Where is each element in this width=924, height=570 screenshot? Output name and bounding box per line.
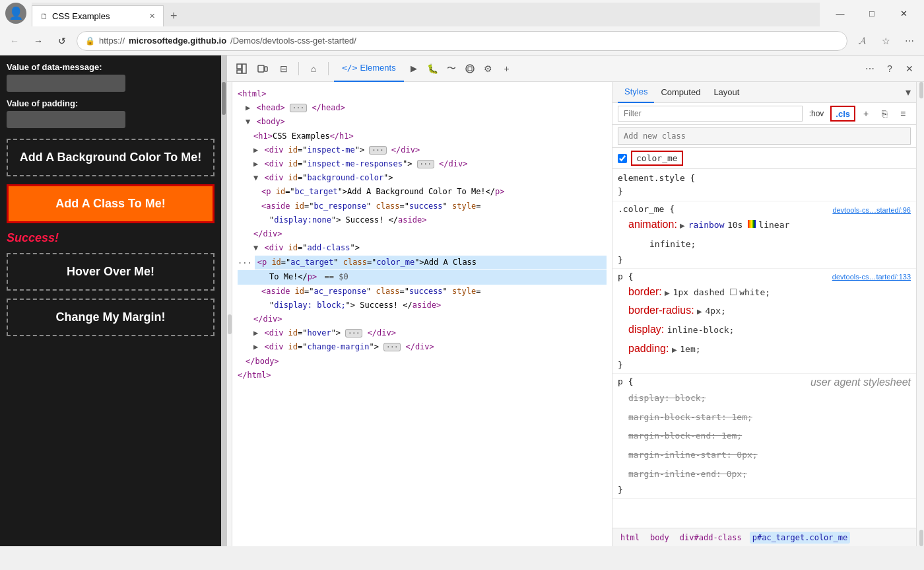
new-style-rule-button[interactable]: + bbox=[858, 106, 874, 122]
html-close-div-add-class[interactable]: </div> bbox=[238, 312, 607, 326]
inspect-me-ellipsis[interactable]: ··· bbox=[369, 146, 386, 155]
styles-tab-styles[interactable]: Styles bbox=[618, 82, 654, 103]
data-message-label: Value of data-message: bbox=[7, 62, 214, 72]
styles-filter-input[interactable] bbox=[618, 106, 803, 122]
tab-close-button[interactable]: ✕ bbox=[149, 12, 155, 20]
home-button[interactable]: ⌂ bbox=[304, 59, 323, 78]
expand-head-arrow[interactable]: ▶ bbox=[246, 103, 250, 112]
add-class-box[interactable]: Add A Class To Me! bbox=[7, 184, 214, 223]
color-me-checkbox[interactable] bbox=[618, 154, 627, 163]
hover-toggle-button[interactable]: :hov bbox=[805, 106, 828, 122]
breadcrumb-p-ac-target[interactable]: p#ac_target.color_me bbox=[750, 532, 851, 544]
inspect-me-resp-ellipsis[interactable]: ··· bbox=[417, 160, 434, 168]
elements-tab[interactable]: </> Elements bbox=[334, 55, 404, 82]
html-tag-div-hover[interactable]: ▶ <div id="hover"> ··· </div> bbox=[238, 326, 607, 340]
element-properties-button[interactable]: ≡ bbox=[895, 106, 911, 122]
html-tag-div-inspect-me[interactable]: ▶ <div id="inspect-me"> ··· </div> bbox=[238, 143, 607, 157]
color-me-selector[interactable]: .color_me { bbox=[618, 204, 675, 214]
breadcrumb-body[interactable]: body bbox=[647, 532, 672, 544]
html-p-ac-target-close[interactable]: To Me!</p> == $0 bbox=[238, 270, 607, 284]
html-tag-div-bg-color[interactable]: ▼ <div id="background-color"> bbox=[238, 171, 607, 185]
device-emulation-button[interactable] bbox=[253, 59, 272, 78]
expand-add-class-arrow[interactable]: ▼ bbox=[253, 243, 258, 252]
change-margin-text: Change My Margin! bbox=[55, 310, 165, 324]
devtools-help-button[interactable]: ? bbox=[880, 59, 899, 78]
color-me-source-link[interactable]: devtools-cs…started/:96 bbox=[832, 206, 911, 214]
border-radius-arrow[interactable]: ▶ bbox=[697, 308, 702, 315]
cls-toggle-button[interactable]: .cls bbox=[830, 106, 855, 122]
html-tag-div-inspect-me-responses[interactable]: ▶ <div id="inspect-me-responses"> ··· </… bbox=[238, 157, 607, 171]
expand-inspect-me-arrow[interactable]: ▶ bbox=[253, 145, 258, 155]
lock-icon: 🔒 bbox=[85, 36, 95, 46]
expand-body-arrow[interactable]: ▼ bbox=[246, 117, 250, 126]
p-author-source-link[interactable]: devtools-cs…tarted/:133 bbox=[832, 273, 911, 281]
p-author-selector[interactable]: p { bbox=[618, 271, 633, 281]
change-margin-ellipsis[interactable]: ··· bbox=[383, 343, 401, 351]
styles-tab-computed[interactable]: Computed bbox=[654, 82, 707, 103]
html-tag-h1[interactable]: <h1>CSS Examples</h1> bbox=[238, 129, 607, 143]
element-style-rule: element.style { } bbox=[612, 169, 916, 201]
html-tag-div-change-margin[interactable]: ▶ <div id="change-margin"> ··· </div> bbox=[238, 340, 607, 354]
hover-box[interactable]: Hover Over Me! bbox=[7, 253, 214, 291]
html-tag-p-ac-target[interactable]: <p id="ac_target" class="color_me">Add A… bbox=[255, 256, 607, 269]
change-margin-box[interactable]: Change My Margin! bbox=[7, 299, 214, 336]
breadcrumb-html[interactable]: html bbox=[618, 532, 642, 544]
three-dots-icon[interactable]: ··· bbox=[238, 258, 252, 267]
back-button[interactable]: ← bbox=[5, 32, 24, 50]
html-tag-body[interactable]: ▼ <body> bbox=[238, 115, 607, 129]
head-ellipsis[interactable]: ··· bbox=[290, 104, 307, 112]
hover-ellipsis[interactable]: ··· bbox=[345, 329, 362, 338]
sources-tab[interactable] bbox=[461, 59, 479, 78]
url-domain: microsoftedge.github.io bbox=[129, 36, 226, 46]
html-tag-head[interactable]: ▶ <head> ··· </head> bbox=[238, 101, 607, 115]
html-close-body[interactable]: </body> bbox=[238, 355, 607, 369]
html-tag-html[interactable]: <html> bbox=[238, 87, 607, 101]
maximize-button[interactable]: □ bbox=[857, 3, 887, 23]
devtools-more-button[interactable]: ⋯ bbox=[861, 59, 879, 78]
rainbow-arrow[interactable]: ▶ bbox=[680, 222, 685, 229]
border-arrow[interactable]: ▶ bbox=[665, 289, 670, 297]
padding-arrow[interactable]: ▶ bbox=[672, 346, 677, 353]
add-new-class-input[interactable] bbox=[618, 127, 911, 145]
url-bar[interactable]: 🔒 https://microsoftedge.github.io/Demos/… bbox=[77, 31, 847, 51]
html-tag-close-div-bg[interactable]: </div> bbox=[238, 227, 607, 241]
more-tools-button[interactable]: + bbox=[498, 59, 516, 78]
bg-color-box[interactable]: Add A Background Color To Me! bbox=[7, 139, 214, 176]
console-tab[interactable]: ▶ bbox=[404, 59, 424, 78]
html-aside-ac-style-val[interactable]: "display: block;"> Success! </aside> bbox=[238, 299, 607, 312]
class-name-color-me[interactable]: color_me bbox=[631, 151, 683, 166]
html-tag-div-add-class[interactable]: ▼ <div id="add-class"> bbox=[238, 241, 607, 255]
copy-styles-button[interactable]: ⎘ bbox=[876, 106, 892, 122]
bug-tab[interactable]: 🐛 bbox=[424, 59, 442, 78]
html-tag-p-bc-target[interactable]: <p id="bc_target">Add A Background Color… bbox=[238, 185, 607, 199]
minimize-button[interactable]: — bbox=[825, 3, 855, 23]
profile-icon[interactable]: 👤 bbox=[5, 3, 26, 24]
styles-tab-layout[interactable]: Layout bbox=[707, 82, 746, 103]
refresh-button[interactable]: ↺ bbox=[53, 32, 71, 50]
p-ua-selector[interactable]: p { bbox=[618, 376, 633, 386]
sidebar-toggle-button[interactable]: ⊟ bbox=[275, 59, 293, 78]
favorites-button[interactable]: ☆ bbox=[876, 32, 895, 50]
border-color-swatch[interactable] bbox=[730, 289, 737, 295]
breadcrumb-div-add-class[interactable]: div#add-class bbox=[677, 532, 744, 544]
inspect-element-button[interactable] bbox=[232, 59, 251, 78]
gear-button[interactable]: ⚙ bbox=[479, 59, 498, 78]
ua-display-property: display: block; bbox=[618, 388, 911, 408]
expand-bg-color-arrow[interactable]: ▼ bbox=[253, 173, 258, 182]
expand-inspect-me-resp-arrow[interactable]: ▶ bbox=[253, 159, 258, 168]
forward-button[interactable]: → bbox=[29, 32, 48, 50]
expand-hover-arrow[interactable]: ▶ bbox=[253, 328, 258, 338]
browser-tab[interactable]: 🗋 CSS Examples ✕ bbox=[32, 5, 164, 26]
expand-change-margin-arrow[interactable]: ▶ bbox=[253, 342, 258, 351]
devtools-close-button[interactable]: ✕ bbox=[900, 59, 919, 78]
browser-menu-button[interactable]: ⋯ bbox=[900, 32, 919, 50]
new-tab-button[interactable]: + bbox=[164, 5, 184, 26]
html-tag-aside-ac-response[interactable]: <aside id="ac_response" class="success" … bbox=[238, 285, 607, 299]
network-tab[interactable]: 〜 bbox=[442, 59, 461, 78]
html-aside-bc-style-val[interactable]: "display:none"> Success! </aside> bbox=[238, 213, 607, 227]
html-tag-aside-bc-response[interactable]: <aside id="bc_response" class="success" … bbox=[238, 199, 607, 213]
close-button[interactable]: ✕ bbox=[888, 3, 919, 23]
html-close-html[interactable]: </html> bbox=[238, 369, 607, 382]
styles-dropdown-button[interactable]: ▾ bbox=[906, 86, 911, 98]
read-aloud-button[interactable]: 𝓐 bbox=[853, 32, 871, 50]
